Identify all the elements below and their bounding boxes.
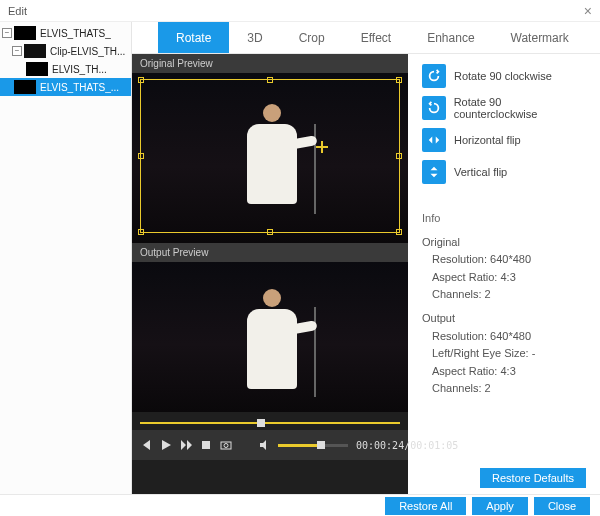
rotate-cw-button[interactable]: Rotate 90 clockwise	[422, 64, 586, 88]
rotate-options: Rotate 90 clockwise Rotate 90 counterclo…	[422, 64, 586, 184]
timeline[interactable]	[140, 416, 400, 430]
crop-frame[interactable]	[140, 79, 400, 233]
tabs: Rotate 3D Crop Effect Enhance Watermark	[132, 22, 600, 54]
next-button[interactable]	[180, 438, 192, 452]
tree-label: Clip-ELVIS_TH...	[50, 46, 125, 57]
vflip-icon	[422, 160, 446, 184]
apply-button[interactable]: Apply	[472, 497, 528, 515]
restore-all-button[interactable]: Restore All	[385, 497, 466, 515]
tree-label: ELVIS_TH...	[52, 64, 107, 75]
rotate-ccw-button[interactable]: Rotate 90 counterclockwise	[422, 96, 586, 120]
rotate-ccw-icon	[422, 96, 446, 120]
tab-enhance[interactable]: Enhance	[409, 22, 492, 53]
thumbnail-icon	[14, 80, 36, 94]
prev-button[interactable]	[140, 438, 152, 452]
info-original-aspect: Aspect Ratio: 4:3	[422, 269, 586, 287]
tree-label: ELVIS_THATS_...	[40, 82, 119, 93]
titlebar: Edit ×	[0, 0, 600, 22]
thumbnail-icon	[24, 44, 46, 58]
footer: Restore All Apply Close	[0, 494, 600, 516]
thumbnail-icon	[26, 62, 48, 76]
output-preview	[132, 262, 408, 412]
collapse-icon[interactable]: −	[2, 28, 12, 38]
close-button[interactable]: Close	[534, 497, 590, 515]
tab-rotate[interactable]: Rotate	[158, 22, 229, 53]
info-output-channels: Channels: 2	[422, 380, 586, 398]
info-panel: Info Original Resolution: 640*480 Aspect…	[422, 202, 586, 398]
svg-rect-0	[202, 441, 210, 449]
player-controls: 00:00:24/00:01:05	[132, 430, 408, 460]
volume-icon[interactable]	[258, 438, 272, 452]
info-output-resolution: Resolution: 640*480	[422, 328, 586, 346]
window-title: Edit	[8, 5, 27, 17]
options-column: Rotate 90 clockwise Rotate 90 counterclo…	[408, 54, 600, 494]
rotate-cw-icon	[422, 64, 446, 88]
main: − ELVIS_THATS_ − Clip-ELVIS_TH... ELVIS_…	[0, 22, 600, 494]
timeline-knob[interactable]	[257, 419, 265, 427]
stop-button[interactable]	[200, 438, 212, 452]
rotate-ccw-label: Rotate 90 counterclockwise	[454, 96, 586, 120]
svg-point-2	[224, 444, 228, 448]
tree-item-child[interactable]: ELVIS_TH...	[0, 60, 131, 78]
info-output-eye: Left/Right Eye Size: -	[422, 345, 586, 363]
collapse-icon[interactable]: −	[12, 46, 22, 56]
tab-effect[interactable]: Effect	[343, 22, 409, 53]
tab-crop[interactable]: Crop	[281, 22, 343, 53]
content: Rotate 3D Crop Effect Enhance Watermark …	[132, 22, 600, 494]
info-header: Info	[422, 210, 586, 228]
volume-control[interactable]	[258, 438, 348, 452]
rotate-cw-label: Rotate 90 clockwise	[454, 70, 552, 82]
info-original-channels: Channels: 2	[422, 286, 586, 304]
preview-column: Original Preview Output Preview	[132, 54, 408, 494]
tree-item-selected[interactable]: ELVIS_THATS_...	[0, 78, 131, 96]
tree-item-root[interactable]: − ELVIS_THATS_	[0, 24, 131, 42]
snapshot-button[interactable]	[220, 438, 232, 452]
body: Original Preview Output Preview	[132, 54, 600, 494]
hflip-icon	[422, 128, 446, 152]
crosshair-icon[interactable]	[316, 141, 328, 153]
close-icon[interactable]: ×	[584, 3, 592, 19]
original-preview[interactable]	[132, 73, 408, 243]
output-preview-label: Output Preview	[132, 243, 408, 262]
info-original-label: Original	[422, 234, 586, 252]
volume-slider[interactable]	[278, 444, 348, 447]
vflip-label: Vertical flip	[454, 166, 507, 178]
info-output-label: Output	[422, 310, 586, 328]
tab-watermark[interactable]: Watermark	[493, 22, 587, 53]
hflip-label: Horizontal flip	[454, 134, 521, 146]
thumbnail-icon	[14, 26, 36, 40]
hflip-button[interactable]: Horizontal flip	[422, 128, 586, 152]
vflip-button[interactable]: Vertical flip	[422, 160, 586, 184]
tree-item-clip[interactable]: − Clip-ELVIS_TH...	[0, 42, 131, 60]
file-tree: − ELVIS_THATS_ − Clip-ELVIS_TH... ELVIS_…	[0, 22, 132, 494]
tab-3d[interactable]: 3D	[229, 22, 280, 53]
original-preview-label: Original Preview	[132, 54, 408, 73]
play-button[interactable]	[160, 438, 172, 452]
tree-label: ELVIS_THATS_	[40, 28, 111, 39]
info-output-aspect: Aspect Ratio: 4:3	[422, 363, 586, 381]
restore-defaults-button[interactable]: Restore Defaults	[480, 468, 586, 488]
info-original-resolution: Resolution: 640*480	[422, 251, 586, 269]
